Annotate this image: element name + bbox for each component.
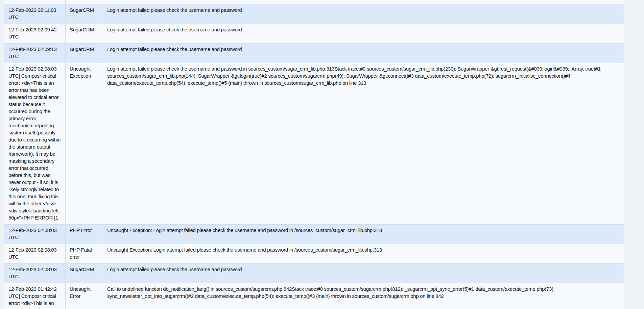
- log-timestamp-cell: 12-Feb-2023 02:09:42 UTC: [4, 24, 66, 43]
- log-message-cell: Uncaught Exception: Login attempt failed…: [103, 225, 624, 244]
- log-timestamp-cell: UTC: [4, 0, 66, 4]
- log-row: 12-Feb-2023 02:08:03 UTC PHP Fatal error…: [4, 244, 624, 264]
- log-type-cell: SugarCRM: [66, 4, 103, 24]
- log-row: 12-Feb-2023 01:42:42 UTC] Composr critic…: [4, 283, 624, 309]
- log-type-cell: PHP Fatal error: [66, 244, 103, 263]
- log-message-cell: Uncaught Exception: Login attempt failed…: [103, 244, 624, 263]
- log-message-cell: Login attempt failed please check the us…: [103, 24, 624, 43]
- log-row-partial: UTC: [4, 0, 624, 4]
- error-log-table: UTC 12-Feb-2023 02:11:03 UTC SugarCRM Lo…: [4, 0, 624, 309]
- log-type-cell: SugarCRM: [66, 24, 103, 43]
- log-timestamp-cell: 12-Feb-2023 02:08:03 UTC] Composr critic…: [4, 63, 66, 224]
- log-timestamp-cell: 12-Feb-2023 02:08:03 UTC: [4, 225, 66, 244]
- log-row: 12-Feb-2023 02:11:03 UTC SugarCRM Login …: [4, 4, 624, 24]
- log-row: 12-Feb-2023 02:08:03 UTC PHP Error Uncau…: [4, 225, 624, 244]
- log-timestamp-cell: 12-Feb-2023 02:08:03 UTC: [4, 244, 66, 263]
- log-type-cell: SugarCRM: [66, 264, 103, 283]
- log-type-cell: SugarCRM: [66, 44, 103, 63]
- log-timestamp-cell: 12-Feb-2023 01:42:42 UTC] Composr critic…: [4, 283, 66, 309]
- log-row: 12-Feb-2023 02:08:03 UTC] Composr critic…: [4, 63, 624, 225]
- log-type-cell: [66, 0, 103, 4]
- log-message-cell: Login attempt failed please check the us…: [103, 63, 624, 224]
- log-type-cell: Uncaught Exception: [66, 63, 103, 224]
- log-row: 12-Feb-2023 02:08:03 UTC SugarCRM Login …: [4, 264, 624, 283]
- log-type-cell: Uncaught Error: [66, 283, 103, 309]
- log-message-cell: [103, 0, 624, 4]
- log-type-cell: PHP Error: [66, 225, 103, 244]
- log-message-cell: Login attempt failed please check the us…: [103, 44, 624, 63]
- log-timestamp-cell: 12-Feb-2023 02:11:03 UTC: [4, 4, 66, 24]
- log-row: 12-Feb-2023 02:09:42 UTC SugarCRM Login …: [4, 24, 624, 44]
- log-message-cell: Login attempt failed please check the us…: [103, 4, 624, 24]
- log-message-cell: Call to undefined function do_notificati…: [103, 283, 624, 309]
- clipped-timestamp-text: UTC: [8, 0, 62, 2]
- log-timestamp-cell: 12-Feb-2023 02:09:13 UTC: [4, 44, 66, 63]
- log-timestamp-cell: 12-Feb-2023 02:08:03 UTC: [4, 264, 66, 283]
- log-row: 12-Feb-2023 02:09:13 UTC SugarCRM Login …: [4, 44, 624, 63]
- log-message-cell: Login attempt failed please check the us…: [103, 264, 624, 283]
